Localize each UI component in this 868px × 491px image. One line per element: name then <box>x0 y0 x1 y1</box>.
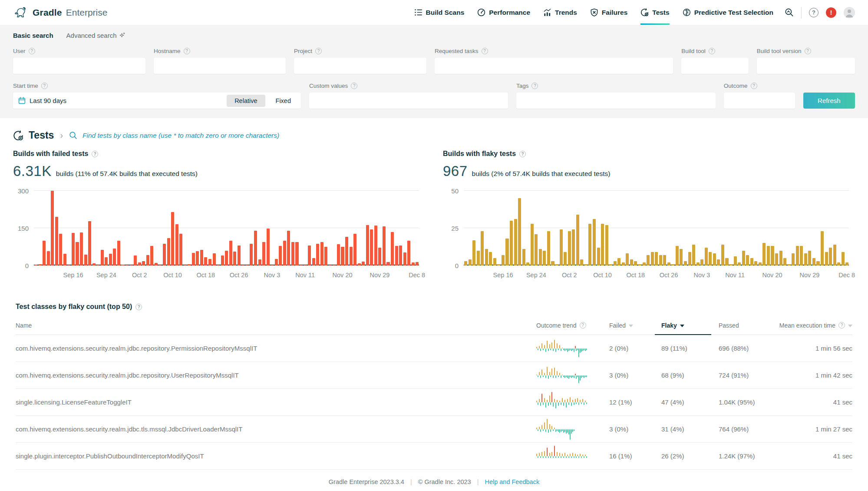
bar <box>734 256 737 265</box>
spark-bar <box>541 452 542 456</box>
tab-basic-search[interactable]: Basic search <box>13 32 53 39</box>
bar <box>485 249 488 265</box>
failed-count: 3 (0%) <box>594 425 646 433</box>
relative-button[interactable]: Relative <box>227 95 265 107</box>
help-icon[interactable]: ? <box>531 83 538 89</box>
flaky-count: 31 (4%) <box>646 425 703 433</box>
alert-icon[interactable]: ! <box>826 7 836 18</box>
nav-item-performance[interactable]: Performance <box>477 0 530 25</box>
help-and-feedback-link[interactable]: Help and Feedback <box>485 478 539 485</box>
spark-bar <box>553 429 554 431</box>
x-tick-label: Oct 18 <box>196 272 215 279</box>
search-scans-icon[interactable] <box>785 8 794 17</box>
nav-item-build-scans[interactable]: Build Scans <box>414 0 465 25</box>
bar <box>337 244 340 265</box>
bar <box>241 265 244 265</box>
x-tick-label: Nov 3 <box>693 272 710 279</box>
bar <box>692 245 695 265</box>
help-icon[interactable]: ? <box>751 83 757 89</box>
bar <box>275 259 278 265</box>
bar <box>92 263 96 265</box>
avatar[interactable] <box>844 7 855 18</box>
bar <box>246 265 249 265</box>
spark-bar <box>536 401 537 402</box>
requested-tasks-input[interactable] <box>435 58 673 74</box>
table-row[interactable]: com.hivemq.extensions.security.realm.jdb… <box>16 416 852 443</box>
bars <box>34 191 419 265</box>
spark-bar <box>558 456 559 458</box>
bar <box>676 246 679 265</box>
bar <box>366 225 369 265</box>
user-input[interactable] <box>13 58 145 74</box>
column-outcome-trend[interactable]: Outcome trend? <box>517 322 594 329</box>
help-icon[interactable]: ? <box>809 8 818 17</box>
help-icon[interactable]: ? <box>580 322 586 328</box>
spark-bar <box>558 348 559 350</box>
fixed-button[interactable]: Fixed <box>268 95 299 107</box>
column-passed[interactable]: Passed <box>703 322 769 329</box>
flaky-builds-caption: builds (2% of 57.4K builds that executed… <box>472 170 611 178</box>
bar <box>601 224 604 265</box>
bar <box>55 217 58 265</box>
build-tool-version-input[interactable] <box>757 58 855 74</box>
help-icon[interactable]: ? <box>315 48 322 54</box>
hostname-input[interactable] <box>154 58 286 74</box>
column-failed[interactable]: Failed <box>594 322 646 329</box>
spark-bar <box>574 348 574 352</box>
table-row[interactable]: single.licensing.LicenseFeatureToggleIT … <box>16 389 852 416</box>
gradle-elephant-icon <box>13 7 29 19</box>
nav-item-tests[interactable]: Tests <box>640 0 669 25</box>
help-icon[interactable]: ? <box>805 48 811 54</box>
help-icon[interactable]: ? <box>29 48 35 54</box>
bar <box>150 246 153 265</box>
help-icon[interactable]: ? <box>709 48 715 54</box>
help-icon[interactable]: ? <box>41 83 48 89</box>
project-input[interactable] <box>294 58 426 74</box>
bar <box>729 264 733 265</box>
help-icon[interactable]: ? <box>519 151 526 157</box>
gradle-logo[interactable]: Gradle Enterprise <box>13 7 107 19</box>
table-row[interactable]: single.plugin.interceptor.PublishOutboun… <box>16 443 852 470</box>
nav-item-trends[interactable]: Trends <box>543 0 577 25</box>
table-row[interactable]: com.hivemq.extensions.security.realm.jdb… <box>16 362 852 389</box>
y-tick-label: 50 <box>451 187 459 195</box>
spark-bar <box>554 446 555 456</box>
spark-bar <box>575 399 576 402</box>
bar <box>333 265 336 265</box>
tags-input[interactable] <box>516 93 716 109</box>
nav-label: Performance <box>489 9 530 17</box>
spark-bar <box>568 402 569 405</box>
bar <box>655 252 658 265</box>
tab-advanced-search[interactable]: Advanced search <box>66 32 126 39</box>
column-flaky[interactable]: Flaky <box>646 316 703 335</box>
start-time-input[interactable]: Last 90 days Relative Fixed <box>13 93 301 109</box>
help-icon[interactable]: ? <box>482 48 488 54</box>
table-row[interactable]: com.hivemq.extensions.security.realm.jdb… <box>16 335 852 362</box>
x-tick-label: Nov 20 <box>333 272 353 279</box>
spark-bar <box>549 372 550 375</box>
outcome-input[interactable] <box>724 93 795 109</box>
spark-bar <box>558 429 559 432</box>
custom-values-input[interactable] <box>309 93 508 109</box>
bar <box>746 255 749 265</box>
start-time-label: Start time <box>13 83 38 89</box>
flaky-table-section: Test classes by flaky count (top 50)? Na… <box>0 286 868 470</box>
help-icon[interactable]: ? <box>184 48 190 54</box>
column-name[interactable]: Name <box>16 322 517 329</box>
nav-item-predictive-test-selection[interactable]: Predictive Test Selection <box>683 0 773 25</box>
help-icon[interactable]: ? <box>838 322 845 328</box>
bar <box>721 245 724 265</box>
build-tool-input[interactable] <box>681 58 749 74</box>
refresh-button[interactable]: Refresh <box>803 93 855 109</box>
outcome-trend-sparkline <box>536 445 587 468</box>
outcome-trend-cell <box>517 391 594 414</box>
find-tests-link[interactable]: Find tests by class name (use * to match… <box>83 132 279 139</box>
nav-item-failures[interactable]: Failures <box>590 0 627 25</box>
spark-bar <box>577 455 578 456</box>
help-icon[interactable]: ? <box>92 151 98 157</box>
spark-bar <box>580 400 581 402</box>
custom-values-field: Custom values? <box>309 83 508 109</box>
column-mean-execution-time[interactable]: Mean execution time? <box>769 322 852 329</box>
help-icon[interactable]: ? <box>135 304 142 310</box>
help-icon[interactable]: ? <box>351 83 357 89</box>
